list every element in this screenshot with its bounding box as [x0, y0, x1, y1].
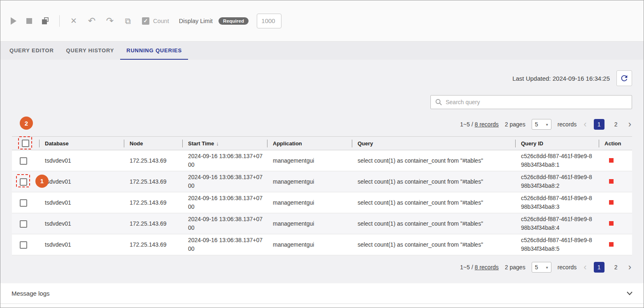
page-size-select[interactable]: 5▾ [532, 119, 551, 130]
cell-application: managementgui [267, 171, 352, 192]
tab-query-history[interactable]: QUERY HISTORY [60, 42, 121, 60]
page-button-2[interactable]: 2 [611, 262, 621, 273]
column-header-query-id[interactable]: Query ID [515, 137, 599, 150]
table-row: tsdvdev01 172.25.143.69 2024-09-16 13:06… [12, 150, 632, 171]
pages-count: 2 pages [505, 264, 525, 271]
column-header-action: Action [599, 137, 632, 150]
cell-action [599, 150, 632, 171]
prev-page-button[interactable]: ‹ [583, 263, 587, 272]
select-all-checkbox[interactable] [22, 140, 29, 147]
stop-query-icon[interactable] [26, 18, 32, 24]
cell-node: 172.25.143.69 [124, 234, 182, 255]
cell-node: 172.25.143.69 [124, 150, 182, 171]
prev-page-button[interactable]: ‹ [583, 120, 587, 129]
column-header-start-time[interactable]: Start Time↓ [182, 137, 267, 150]
page-button-1[interactable]: 1 [594, 262, 604, 273]
pagination-range: 1~5 / 8 records [460, 264, 499, 271]
pagination-top: 1~5 / 8 records 2 pages 5▾ records ‹ 1 2… [12, 119, 632, 130]
cell-application: managementgui [267, 150, 352, 171]
pages-count: 2 pages [505, 121, 525, 128]
search-input[interactable] [446, 99, 628, 105]
toolbar: ✕ ↶ ↷ ⧉ ✓ Count Display Limit Required [0, 0, 644, 42]
kill-query-button[interactable] [609, 179, 614, 184]
row-checkbox-cell [12, 150, 39, 171]
message-logs-bar[interactable]: Message logs [0, 283, 644, 304]
next-page-button[interactable]: › [628, 263, 632, 272]
tab-bar: QUERY EDITOR QUERY HISTORY RUNNING QUERI… [0, 42, 644, 60]
cell-start-time: 2024-09-16 13:06:38.137+0700 [182, 213, 267, 234]
records-label: records [558, 121, 577, 128]
table-row: tsdvdev01 172.25.143.69 2024-09-16 13:06… [12, 213, 632, 234]
caret-down-icon: ▾ [546, 122, 548, 127]
table-row: tsdvdev01 172.25.143.69 2024-09-16 13:06… [12, 234, 632, 255]
row-checkbox[interactable] [20, 220, 27, 228]
copy-icon[interactable]: ⧉ [124, 17, 132, 25]
kill-query-button[interactable] [609, 200, 614, 205]
running-queries-table: 2 Database Node Start Time↓ Application … [12, 136, 632, 255]
kill-query-button[interactable] [609, 221, 614, 226]
cell-node: 172.25.143.69 [124, 192, 182, 213]
display-limit-input[interactable] [257, 14, 281, 28]
cell-query: select count(1) as container_count from … [352, 213, 515, 234]
count-label: Count [153, 18, 169, 24]
cell-query-id: c526c8dd-f887-461f-89e9-898b34f34ba8:2 [515, 171, 599, 192]
updated-row: Last Updated: 2024-09-16 16:34:25 [12, 60, 632, 86]
page-size-select[interactable]: 5▾ [532, 262, 551, 273]
redo-icon[interactable]: ↷ [106, 16, 114, 26]
row-checkbox[interactable] [20, 157, 27, 165]
cell-database: tsdvdev01 [39, 213, 124, 234]
message-logs-label: Message logs [12, 290, 50, 297]
cell-start-time: 2024-09-16 13:06:38.137+0700 [182, 234, 267, 255]
page-button-1[interactable]: 1 [594, 119, 604, 130]
search-row [12, 95, 632, 109]
table-row: 1 tsdvdev01 172.25.143.69 2024-09-16 13:… [12, 171, 632, 192]
cell-database: tsdvdev01 [39, 171, 124, 192]
column-header-application[interactable]: Application [267, 137, 352, 150]
cell-query-id: c526c8dd-f887-461f-89e9-898b34f34ba8:3 [515, 192, 599, 213]
caret-down-icon: ▾ [546, 265, 548, 270]
row-checkbox-cell [12, 234, 39, 255]
display-limit-label: Display Limit [179, 18, 213, 24]
cell-node: 172.25.143.69 [124, 171, 182, 192]
tab-query-editor[interactable]: QUERY EDITOR [3, 42, 60, 60]
row-checkbox[interactable] [20, 241, 27, 249]
column-header-node[interactable]: Node [124, 137, 182, 150]
row-checkbox[interactable] [20, 199, 27, 207]
undo-icon[interactable]: ↶ [88, 16, 96, 26]
toolbar-divider [59, 15, 60, 27]
cell-query-id: c526c8dd-f887-461f-89e9-898b34f34ba8:4 [515, 213, 599, 234]
sort-desc-icon: ↓ [216, 140, 219, 147]
kill-query-button[interactable] [609, 158, 614, 163]
cell-action [599, 192, 632, 213]
table-header-row: 2 Database Node Start Time↓ Application … [12, 137, 632, 150]
refresh-button[interactable] [616, 70, 632, 86]
clear-icon[interactable]: ✕ [70, 17, 78, 25]
count-checkbox[interactable]: ✓ [142, 17, 149, 25]
table-row: tsdvdev01 172.25.143.69 2024-09-16 13:06… [12, 192, 632, 213]
cell-query: select count(1) as container_count from … [352, 234, 515, 255]
cell-database: tsdvdev01 [39, 192, 124, 213]
records-count-link[interactable]: 8 records [474, 264, 498, 271]
records-count-link[interactable]: 8 records [474, 121, 498, 128]
search-box [430, 95, 632, 109]
chevron-down-icon[interactable] [627, 292, 632, 295]
row-checkbox[interactable] [20, 178, 27, 186]
cell-query: select count(1) as container_count from … [352, 171, 515, 192]
column-header-query[interactable]: Query [352, 137, 515, 150]
kill-query-button[interactable] [609, 242, 614, 247]
column-header-database[interactable]: Database [39, 137, 124, 150]
next-page-button[interactable]: › [628, 120, 632, 129]
content-area: Last Updated: 2024-09-16 16:34:25 1~5 / … [0, 60, 644, 283]
duplicate-icon[interactable] [42, 17, 49, 25]
tab-running-queries[interactable]: RUNNING QUERIES [120, 42, 188, 60]
cell-application: managementgui [267, 192, 352, 213]
run-query-icon[interactable] [11, 17, 16, 25]
row-checkbox-cell: 1 [12, 171, 39, 192]
cell-start-time: 2024-09-16 13:06:38.137+0700 [182, 171, 267, 192]
cell-start-time: 2024-09-16 13:06:38.137+0700 [182, 192, 267, 213]
cell-query-id: c526c8dd-f887-461f-89e9-898b34f34ba8:5 [515, 234, 599, 255]
page-button-2[interactable]: 2 [611, 119, 621, 130]
pagination-range: 1~5 / 8 records [460, 121, 499, 128]
header-checkbox-cell: 2 [12, 137, 39, 150]
cell-query-id: c526c8dd-f887-461f-89e9-898b34f34ba8:1 [515, 150, 599, 171]
